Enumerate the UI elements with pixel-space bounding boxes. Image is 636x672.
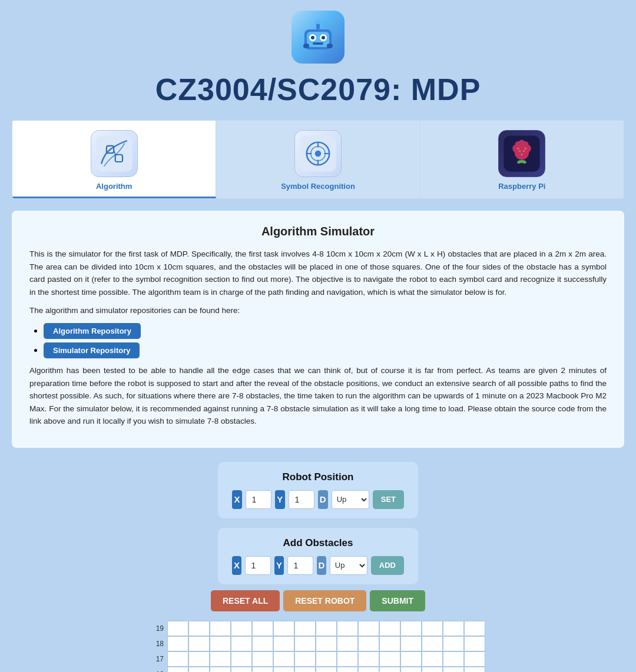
grid-cell[interactable]	[400, 621, 422, 636]
grid-cell[interactable]	[294, 651, 316, 667]
obstacle-direction-select[interactable]: Up Down Left Right	[330, 556, 367, 575]
grid-cell[interactable]	[210, 621, 231, 636]
grid-cell[interactable]	[422, 621, 443, 636]
header: CZ3004/SC2079: MDP	[0, 0, 636, 120]
grid-cell[interactable]	[294, 621, 316, 636]
obstacle-add-button[interactable]: ADD	[371, 556, 404, 575]
grid-cell[interactable]	[400, 651, 422, 667]
grid-cell[interactable]	[231, 636, 252, 651]
grid-cell[interactable]	[252, 621, 273, 636]
grid-cell[interactable]	[337, 621, 358, 636]
grid-cell[interactable]	[337, 651, 358, 667]
reset-all-button[interactable]: RESET ALL	[211, 590, 280, 611]
grid-cell[interactable]	[273, 636, 294, 651]
grid-cell[interactable]	[379, 667, 400, 672]
tab-algorithm[interactable]: Algorithm	[12, 121, 216, 198]
svg-rect-10	[313, 42, 323, 45]
grid-cell[interactable]	[210, 667, 231, 672]
grid-cell[interactable]	[379, 651, 400, 667]
robot-y-input[interactable]	[289, 490, 314, 509]
reset-robot-button[interactable]: RESET ROBOT	[283, 590, 366, 611]
obstacle-x-input[interactable]	[245, 556, 271, 575]
add-obstacles-title: Add Obstacles	[232, 537, 404, 549]
grid-cell[interactable]	[358, 621, 379, 636]
svg-point-18	[315, 151, 322, 157]
tab-symbol-recognition[interactable]: Symbol Recognition	[216, 121, 420, 198]
grid-cell[interactable]	[464, 651, 485, 667]
svg-rect-8	[303, 44, 309, 48]
grid-cell[interactable]	[188, 667, 210, 672]
grid-cell[interactable]	[464, 621, 485, 636]
robot-d-label: D	[318, 490, 328, 509]
nav-tabs: Algorithm Symbol Recognition	[12, 120, 624, 199]
grid-cell[interactable]	[188, 651, 210, 667]
grid-cell[interactable]	[443, 667, 464, 672]
svg-point-29	[519, 139, 525, 146]
algorithm-icon-wrap	[91, 130, 138, 177]
grid-cell[interactable]	[337, 636, 358, 651]
grid-body	[167, 621, 485, 672]
svg-point-4	[311, 36, 314, 39]
grid-row	[167, 667, 485, 672]
grid-cell[interactable]	[231, 621, 252, 636]
obstacle-y-input[interactable]	[287, 556, 313, 575]
algorithm-repo-button[interactable]: Algorithm Repository	[44, 323, 141, 339]
grid-cell[interactable]	[358, 636, 379, 651]
grid-cell[interactable]	[316, 636, 337, 651]
grid-container: 19181716	[151, 621, 485, 672]
robot-position-card: Robot Position X Y D Up Down Left Right …	[218, 462, 418, 518]
grid-cell[interactable]	[231, 667, 252, 672]
grid-cell[interactable]	[273, 651, 294, 667]
svg-rect-9	[327, 44, 333, 48]
obstacle-d-label: D	[317, 556, 326, 575]
grid-cell[interactable]	[294, 636, 316, 651]
grid-cell[interactable]	[337, 667, 358, 672]
controls-area: Robot Position X Y D Up Down Left Right …	[0, 462, 636, 584]
grid-cell[interactable]	[273, 667, 294, 672]
grid-cell[interactable]	[316, 621, 337, 636]
grid-cell[interactable]	[316, 651, 337, 667]
grid-cell[interactable]	[358, 667, 379, 672]
robot-x-input[interactable]	[246, 490, 271, 509]
grid-cell[interactable]	[294, 667, 316, 672]
grid-cell[interactable]	[379, 636, 400, 651]
grid-cell[interactable]	[443, 636, 464, 651]
grid-cell[interactable]	[252, 667, 273, 672]
svg-point-5	[322, 36, 325, 39]
grid-cell[interactable]	[167, 651, 188, 667]
simulator-repo-button[interactable]: Simulator Repository	[44, 342, 140, 358]
repos-intro: The algorithm and simulator repositories…	[29, 304, 607, 317]
grid-cell[interactable]	[379, 621, 400, 636]
grid-cell[interactable]	[167, 667, 188, 672]
grid-cell[interactable]	[231, 651, 252, 667]
grid-cell[interactable]	[273, 621, 294, 636]
grid-cell[interactable]	[422, 636, 443, 651]
grid-cell[interactable]	[188, 621, 210, 636]
grid-cell[interactable]	[400, 636, 422, 651]
robot-position-title: Robot Position	[232, 471, 404, 483]
tab-raspberry-pi[interactable]: Raspberry Pi	[420, 121, 624, 198]
grid-cell[interactable]	[422, 651, 443, 667]
section-title: Algorithm Simulator	[29, 225, 607, 238]
grid-cell[interactable]	[188, 636, 210, 651]
grid-cell[interactable]	[252, 651, 273, 667]
grid-cell[interactable]	[422, 667, 443, 672]
grid-cell[interactable]	[252, 636, 273, 651]
grid-cell[interactable]	[210, 651, 231, 667]
robot-set-button[interactable]: SET	[373, 490, 404, 509]
grid-cell[interactable]	[400, 667, 422, 672]
submit-button[interactable]: SUBMIT	[370, 590, 425, 611]
grid-cell[interactable]	[443, 651, 464, 667]
grid-cell[interactable]	[167, 636, 188, 651]
grid-cell[interactable]	[464, 636, 485, 651]
grid-cell[interactable]	[358, 651, 379, 667]
robot-direction-select[interactable]: Up Down Left Right	[332, 490, 369, 509]
grid-cell[interactable]	[210, 636, 231, 651]
grid-cell[interactable]	[316, 667, 337, 672]
grid-cell[interactable]	[443, 621, 464, 636]
grid-cell[interactable]	[167, 621, 188, 636]
grid-row-labels: 19181716	[151, 621, 166, 672]
tab-raspberry-label: Raspberry Pi	[498, 182, 545, 191]
grid-cell[interactable]	[464, 667, 485, 672]
description-2: Algorithm has been tested to be able to …	[29, 364, 607, 428]
